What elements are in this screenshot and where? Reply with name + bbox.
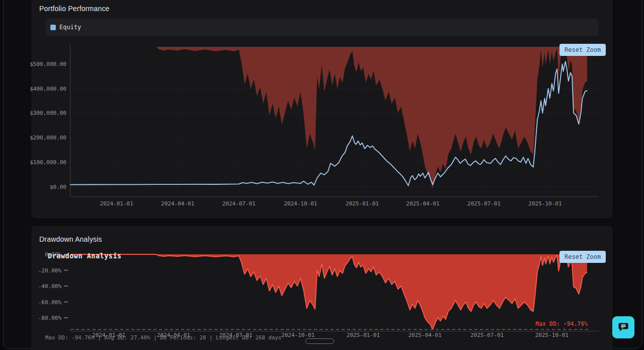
drawdown-analysis-title: Drawdown Analysis (39, 235, 102, 243)
portfolio-performance-title: Portfolio Performance (39, 5, 110, 13)
drawdown-chart-inner-title: Drawdown Analysis (48, 252, 122, 260)
legend-item-equity[interactable]: Equity (50, 24, 81, 31)
reset-zoom-button[interactable]: Reset Zoom (559, 251, 606, 263)
equity-legend-label: Equity (59, 24, 81, 31)
equity-legend-bar: Equity (45, 19, 599, 36)
max-dd-annotation: Max DD: -94.76% (487, 320, 588, 327)
chat-bubble-icon (618, 322, 629, 332)
app-stage: Portfolio Performance Equity Drawdown An… (0, 0, 644, 350)
drawdown-stats-line: Max DD: -94.76% | Avg DD: 27.40% | DD Pe… (45, 334, 282, 340)
chat-button[interactable] (612, 316, 634, 338)
reset-zoom-button[interactable]: Reset Zoom (559, 44, 606, 56)
equity-swatch-icon (50, 25, 56, 30)
horizontal-scrollbar-thumb[interactable] (305, 338, 334, 344)
drawdown-analysis-card (32, 226, 612, 350)
